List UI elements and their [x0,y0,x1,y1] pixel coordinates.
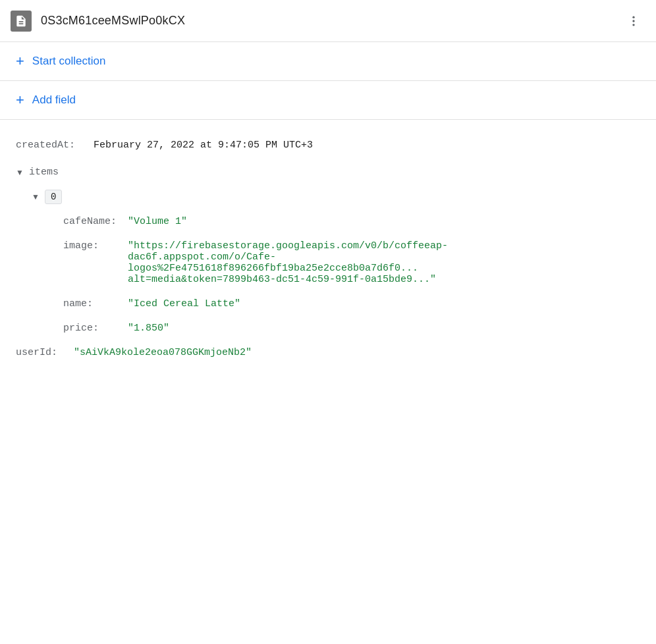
name-key: name: [63,298,123,309]
items-key: items [29,167,59,178]
user-id-key: userId: [16,347,68,358]
created-at-row: createdAt: February 27, 2022 at 9:47:05 … [16,133,640,157]
price-row: price: "1.850" [63,316,640,340]
items-section: ▼ items ▼ 0 cafeName: "Volume 1" image: … [16,160,640,340]
items-header: ▼ items [16,160,640,184]
items-children: ▼ 0 cafeName: "Volume 1" image: "https:/… [32,184,640,340]
document-content: createdAt: February 27, 2022 at 9:47:05 … [0,120,656,378]
created-at-value: February 27, 2022 at 9:47:05 PM UTC+3 [94,140,313,151]
price-value: "1.850" [128,323,169,334]
start-collection-row[interactable]: + Start collection [0,42,656,81]
index-badge: 0 [45,190,62,204]
index-row: ▼ 0 [32,184,640,209]
image-value: "https://firebasestorage.googleapis.com/… [128,240,448,285]
document-title: 0S3cM61ceeMSwlPo0kCX [41,14,185,28]
user-id-row: userId: "sAiVkA9kole2eoa078GGKmjoeNb2" [16,340,640,365]
add-field-plus-icon: + [16,93,24,107]
user-id-value: "sAiVkA9kole2eoa078GGKmjoeNb2" [74,347,252,358]
add-field-row[interactable]: + Add field [0,81,656,120]
cafe-name-row: cafeName: "Volume 1" [63,209,640,234]
image-row: image: "https://firebasestorage.googleap… [63,234,640,292]
name-value: "Iced Cereal Latte" [128,298,240,309]
index-children: cafeName: "Volume 1" image: "https://fir… [63,209,640,340]
header-left: 0S3cM61ceeMSwlPo0kCX [11,11,185,32]
image-key: image: [63,240,123,252]
created-at-key: createdAt: [16,140,88,151]
start-collection-plus-icon: + [16,54,24,68]
cafe-name-key: cafeName: [63,216,123,227]
document-icon [11,11,32,32]
cafe-name-value: "Volume 1" [128,216,187,227]
items-chevron[interactable]: ▼ [16,168,24,177]
svg-point-0 [632,16,634,18]
header: 0S3cM61ceeMSwlPo0kCX [0,0,656,42]
svg-point-2 [632,24,634,26]
add-field-button[interactable]: Add field [32,94,76,107]
index-chevron[interactable]: ▼ [32,192,40,201]
name-row: name: "Iced Cereal Latte" [63,292,640,316]
more-options-button[interactable] [622,9,645,33]
price-key: price: [63,323,123,334]
start-collection-button[interactable]: Start collection [32,55,106,68]
svg-point-1 [632,20,634,22]
